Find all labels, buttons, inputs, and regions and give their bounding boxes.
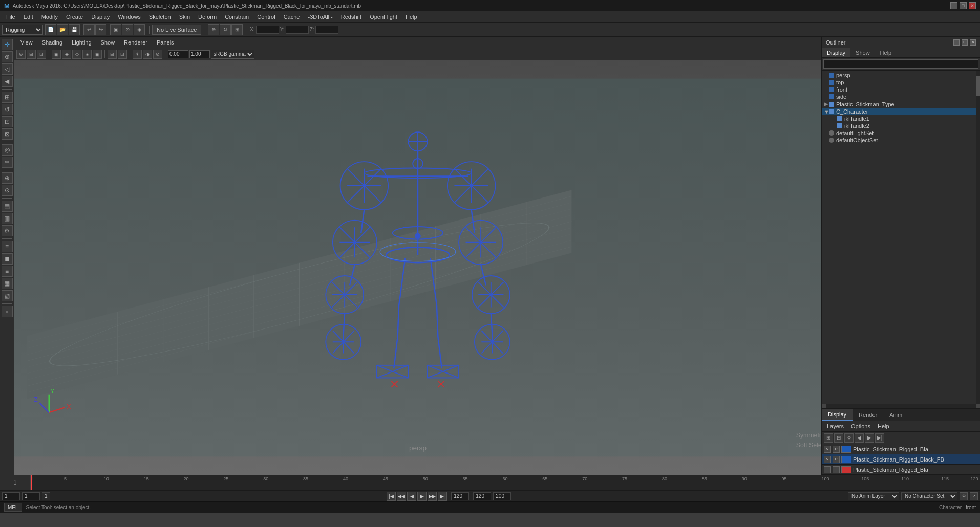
select-tool[interactable]: ▣	[110, 24, 121, 35]
tree-item-side[interactable]: side	[822, 93, 976, 100]
menu-modify[interactable]: Modify	[37, 13, 62, 21]
outliner-close-btn[interactable]: ✕	[970, 39, 976, 46]
heads-up-btn[interactable]: ⊡	[118, 50, 127, 59]
title-bar-controls[interactable]: ─ □ ✕	[950, 2, 976, 9]
viewport-show-menu[interactable]: Show	[97, 38, 119, 47]
skip-end-btn[interactable]: ▶|	[438, 492, 447, 501]
layer-prev-btn[interactable]: ◀	[855, 433, 864, 443]
outliner-scrollbar[interactable]	[976, 71, 980, 404]
connection-editor-btn[interactable]: ≡	[2, 266, 13, 277]
fit-view-btn[interactable]: ⊞	[27, 50, 36, 59]
end-frame-input[interactable]	[451, 492, 469, 500]
outliner-display-tab[interactable]: Display	[822, 48, 850, 57]
outliner-show-tab[interactable]: Show	[850, 48, 875, 57]
language-button[interactable]: MEL	[4, 503, 22, 512]
y-input[interactable]	[286, 26, 309, 34]
maximize-button[interactable]: □	[960, 2, 967, 9]
paint-tool[interactable]: ◈	[134, 24, 145, 35]
scale-btn[interactable]: ⊡	[2, 116, 13, 127]
x-input[interactable]	[256, 26, 279, 34]
redo-button[interactable]: ↪	[95, 24, 106, 35]
tree-item-stickman-type[interactable]: ▶ Plastic_Stickman_Type	[822, 100, 976, 108]
layer-p-1[interactable]: P	[833, 446, 840, 453]
layer-next-btn[interactable]: ▶	[865, 433, 874, 443]
tree-expand-arrow[interactable]: ▶	[824, 101, 829, 107]
menu-constrain[interactable]: Constrain	[221, 13, 253, 21]
lasso-tool[interactable]: ⊙	[122, 24, 133, 35]
z-input[interactable]	[315, 26, 338, 34]
viewport-lighting-menu[interactable]: Lighting	[68, 38, 96, 47]
layer-p-2[interactable]: P	[833, 456, 840, 463]
menu-redshift[interactable]: Redshift	[337, 13, 366, 21]
layer-settings-btn[interactable]: ⚙	[844, 433, 854, 443]
wireframe-btn[interactable]: ▣	[52, 50, 61, 59]
layer-row-3[interactable]: Plastic_Stickman_Rigged_Bla	[822, 465, 980, 475]
menu-help[interactable]: Help	[401, 13, 421, 21]
help-btn[interactable]: ?	[970, 492, 978, 500]
hscroll-right-btn[interactable]	[976, 404, 980, 408]
paint-select-btn[interactable]: ⊕	[2, 51, 13, 62]
layer-new-btn[interactable]: ⊞	[824, 433, 833, 443]
save-scene-button[interactable]: 💾	[69, 24, 80, 35]
menu-control[interactable]: Control	[253, 13, 279, 21]
right-tab-render[interactable]: Render	[853, 410, 883, 420]
layer-v-1[interactable]: V	[824, 446, 831, 453]
viewport-renderer-menu[interactable]: Renderer	[120, 38, 152, 47]
current-frame-input[interactable]	[22, 492, 40, 500]
layer-end-btn[interactable]: ▶|	[875, 433, 884, 443]
hscroll-track[interactable]	[826, 404, 976, 408]
new-scene-button[interactable]: 📄	[45, 24, 56, 35]
options-menu[interactable]: Options	[848, 422, 874, 430]
ipr-btn[interactable]: ▥	[2, 213, 13, 224]
viewport-shading-menu[interactable]: Shading	[38, 38, 67, 47]
gamma-val1[interactable]	[168, 50, 188, 58]
layer-row-1[interactable]: V P Plastic_Stickman_Rigged_Bla	[822, 444, 980, 454]
layer-editor-btn[interactable]: ≡	[2, 241, 13, 252]
grid-btn[interactable]: ⊞	[108, 50, 117, 59]
undo-button[interactable]: ↩	[83, 24, 95, 35]
hypershade-btn[interactable]: ≣	[2, 253, 13, 265]
outliner-scroll-thumb[interactable]	[976, 76, 980, 96]
select-mode-btn[interactable]: ✛	[2, 39, 13, 50]
menu-windows[interactable]: Windows	[114, 13, 145, 21]
hscroll-left-btn[interactable]	[822, 404, 826, 408]
menu-edit[interactable]: Edit	[19, 13, 37, 21]
snap-btn[interactable]: ⊙	[2, 185, 13, 196]
skip-start-btn[interactable]: |◀	[387, 492, 396, 501]
viewport-view-menu[interactable]: View	[16, 38, 37, 47]
preferences-btn[interactable]: ⚙	[960, 492, 968, 500]
next-key-btn[interactable]: ▶▶	[428, 492, 437, 501]
close-button[interactable]: ✕	[969, 2, 976, 9]
rotate-tool[interactable]: ↻	[220, 24, 231, 35]
viewport[interactable]: X Y Z persp Symmetry: Off Soft Select: O…	[14, 60, 821, 475]
flat-shade-btn[interactable]: ◇	[72, 50, 81, 59]
menu-openflight[interactable]: OpenFlight	[366, 13, 401, 21]
lights-btn[interactable]: ☀	[133, 50, 142, 59]
tree-expand-arrow-char[interactable]: ▼	[824, 108, 829, 115]
prev-key-btn[interactable]: ◀◀	[397, 492, 406, 501]
live-surface-button[interactable]: No Live Surface	[152, 25, 201, 35]
outliner-help-tab[interactable]: Help	[875, 48, 897, 57]
blend-shape-btn[interactable]: ▧	[2, 290, 13, 301]
frame-all-btn[interactable]: ⊡	[37, 50, 46, 59]
scale-tool[interactable]: ⊞	[231, 24, 243, 35]
move-btn[interactable]: ⊞	[2, 92, 13, 103]
tree-item-c-character[interactable]: ▼ C_Character	[822, 108, 976, 115]
menu-create[interactable]: Create	[62, 13, 87, 21]
right-tab-anim[interactable]: Anim	[883, 410, 908, 420]
viewport-panels-menu[interactable]: Panels	[153, 38, 178, 47]
tree-item-front[interactable]: front	[822, 86, 976, 93]
move-tool[interactable]: ⊕	[208, 24, 219, 35]
gamma-val2[interactable]	[189, 50, 210, 58]
smooth-shade-btn[interactable]: ◈	[62, 50, 71, 59]
layer-help-menu[interactable]: Help	[875, 422, 892, 430]
character-set-select[interactable]: No Character Set	[901, 492, 957, 500]
timeline-track[interactable]: 1 5 10 15 20 25 30 35 40 45 50 55 60 65 …	[31, 475, 980, 490]
anim-end-input[interactable]	[473, 492, 491, 500]
menu-deform[interactable]: Deform	[194, 13, 221, 21]
timeline-playhead[interactable]	[31, 475, 32, 490]
render-btn[interactable]: ▤	[2, 201, 13, 212]
script-editor-btn[interactable]: ▦	[2, 278, 13, 289]
menu-3dtoall[interactable]: -3DToAll -	[304, 13, 336, 21]
tree-item-persp[interactable]: persp	[822, 72, 976, 79]
